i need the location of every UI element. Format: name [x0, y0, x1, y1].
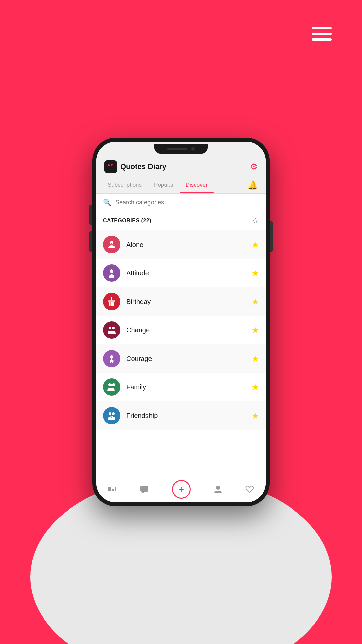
- categories-title: CATEGORIES (22): [103, 218, 152, 224]
- category-icon-attitude: [103, 264, 120, 282]
- settings-icon[interactable]: ⚙: [250, 162, 258, 172]
- app-header: “” Quotes Diary ⚙: [96, 156, 266, 177]
- category-icon-alone: [103, 236, 120, 253]
- star-attitude[interactable]: ★: [251, 268, 259, 278]
- svg-point-11: [110, 355, 113, 359]
- list-item[interactable]: Birthday ★: [96, 287, 266, 316]
- svg-rect-20: [140, 486, 148, 492]
- notch-area: [96, 142, 266, 156]
- category-icon-courage: [103, 350, 120, 367]
- hamburger-line-3: [312, 38, 332, 41]
- categories-header: CATEGORIES (22) ☆: [96, 211, 266, 230]
- search-icon: 🔍: [103, 198, 111, 206]
- star-family[interactable]: ★: [251, 382, 259, 392]
- star-alone[interactable]: ★: [251, 239, 259, 250]
- star-courage[interactable]: ★: [251, 354, 259, 364]
- home-nav[interactable]: [108, 485, 117, 493]
- list-item[interactable]: Attitude ★: [96, 259, 266, 287]
- category-name-alone: Alone: [126, 241, 251, 249]
- category-list: Alone ★ Attitude ★: [96, 230, 266, 476]
- phone-screen: “” Quotes Diary ⚙ Subscriptions Popular …: [96, 142, 266, 502]
- category-name-friendship: Friendship: [126, 412, 251, 420]
- list-item[interactable]: Friendship ★: [96, 401, 266, 430]
- notch-pill: [167, 148, 187, 150]
- bell-icon[interactable]: 🔔: [245, 178, 260, 193]
- app-title: Quotes Diary: [120, 162, 166, 171]
- tab-subscriptions[interactable]: Subscriptions: [102, 177, 148, 193]
- svg-rect-18: [112, 489, 114, 491]
- chat-nav[interactable]: [140, 485, 149, 494]
- hamburger-menu[interactable]: [312, 27, 332, 41]
- side-button-vol-up: [89, 205, 92, 225]
- app-logo-icon: “”: [104, 160, 117, 173]
- category-name-courage: Courage: [126, 355, 251, 363]
- list-item[interactable]: Alone ★: [96, 230, 266, 259]
- svg-rect-4: [108, 300, 115, 302]
- category-name-birthday: Birthday: [126, 298, 251, 306]
- svg-point-6: [111, 297, 112, 298]
- svg-point-14: [111, 384, 113, 386]
- star-friendship[interactable]: ★: [251, 411, 259, 421]
- bottom-nav: +: [96, 476, 266, 502]
- svg-point-21: [216, 486, 220, 490]
- tabs-bar: Subscriptions Popular Discover 🔔: [96, 177, 266, 194]
- star-change[interactable]: ★: [251, 325, 259, 335]
- svg-point-16: [112, 412, 115, 415]
- logo-quote-marks: “”: [108, 163, 114, 170]
- category-name-attitude: Attitude: [126, 269, 251, 277]
- category-name-family: Family: [126, 383, 251, 391]
- search-container: 🔍: [96, 194, 266, 211]
- side-button-vol-down: [89, 231, 92, 252]
- svg-point-9: [109, 327, 111, 329]
- category-icon-friendship: [103, 407, 120, 424]
- profile-nav[interactable]: [214, 485, 222, 494]
- svg-rect-19: [115, 487, 116, 491]
- svg-point-15: [109, 412, 111, 415]
- svg-point-12: [108, 383, 111, 386]
- category-name-change: Change: [126, 326, 251, 334]
- star-birthday[interactable]: ★: [251, 297, 259, 307]
- add-nav[interactable]: +: [172, 480, 191, 499]
- side-button-power: [270, 221, 273, 252]
- category-icon-change: [103, 321, 120, 339]
- tab-discover[interactable]: Discover: [180, 177, 214, 193]
- app-logo-area: “” Quotes Diary: [104, 160, 166, 173]
- star-filter-icon[interactable]: ☆: [252, 216, 259, 225]
- svg-rect-17: [108, 487, 111, 491]
- notch: [154, 144, 208, 154]
- category-icon-birthday: [103, 293, 120, 310]
- svg-point-13: [112, 383, 115, 386]
- list-item[interactable]: Change ★: [96, 316, 266, 344]
- svg-point-1: [111, 243, 112, 245]
- list-item[interactable]: Courage ★: [96, 344, 266, 373]
- notch-camera: [191, 147, 195, 151]
- add-icon: +: [179, 484, 184, 495]
- phone-frame: “” Quotes Diary ⚙ Subscriptions Popular …: [92, 138, 270, 506]
- hamburger-line-1: [312, 27, 332, 29]
- hamburger-line-2: [312, 33, 332, 35]
- category-icon-family: [103, 378, 120, 396]
- favorites-nav[interactable]: [245, 485, 254, 494]
- list-item[interactable]: Family ★: [96, 373, 266, 401]
- tab-popular[interactable]: Popular: [148, 177, 180, 193]
- svg-point-10: [112, 327, 115, 329]
- search-input[interactable]: [115, 199, 259, 206]
